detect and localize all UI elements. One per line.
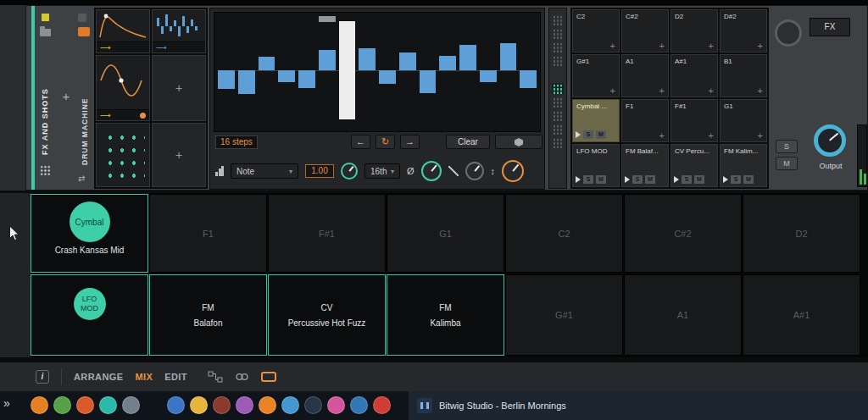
drum-pad-fm-balafon[interactable]: FM Balaf... S M: [621, 144, 669, 187]
clip-pad-c2[interactable]: C2: [505, 194, 623, 273]
slope-knob[interactable]: [465, 162, 484, 180]
pad-mute-button[interactable]: M: [596, 130, 606, 139]
link-icon[interactable]: [235, 371, 249, 383]
drum-pad-cymbal[interactable]: Cymbal ... S M: [572, 99, 620, 142]
clip-pad-asharp1[interactable]: A#1: [743, 274, 860, 356]
folder-icon[interactable]: [40, 29, 51, 36]
plus-icon[interactable]: +: [610, 41, 615, 51]
taskbar-app-icon[interactable]: [281, 396, 299, 414]
plus-icon[interactable]: +: [659, 130, 665, 141]
step-bar[interactable]: [298, 70, 315, 88]
taskbar-app-icon[interactable]: [76, 396, 94, 414]
clip-pad-fm-kalimba[interactable]: FM Kalimba: [387, 274, 504, 356]
taskbar-app-icon[interactable]: [213, 396, 231, 414]
tab-mix[interactable]: MIX: [135, 372, 153, 382]
step-2[interactable]: [237, 16, 256, 128]
clip-pad-gsharp1[interactable]: G#1: [505, 274, 623, 356]
drum-pad-f1[interactable]: F1 +: [621, 99, 669, 142]
value-field[interactable]: 1.00: [305, 164, 334, 178]
step-12[interactable]: [438, 16, 457, 128]
active-window-task[interactable]: Bitwig Studio - Berlin Mornings: [409, 391, 868, 420]
step-bar[interactable]: [319, 50, 336, 70]
drum-pad-gsharp1[interactable]: G#1 +: [572, 54, 620, 97]
pad-solo-button[interactable]: S: [583, 130, 593, 139]
taskbar-app-icon[interactable]: [236, 396, 253, 414]
plus-icon[interactable]: +: [610, 86, 615, 96]
clear-button[interactable]: Clear: [446, 135, 490, 149]
play-icon[interactable]: [625, 176, 630, 183]
drum-pad-asharp1[interactable]: A#1 +: [670, 54, 718, 97]
plus-icon[interactable]: +: [709, 130, 714, 141]
io-routing-icon[interactable]: [208, 371, 223, 383]
rate-select[interactable]: 16th ▾: [364, 163, 400, 179]
pad-solo-button[interactable]: S: [682, 175, 692, 184]
taskbar-app-icon[interactable]: [167, 396, 185, 414]
drum-pad-dsharp2[interactable]: D#2 +: [720, 9, 767, 52]
taskbar-app-icon[interactable]: [53, 396, 71, 414]
pad-mute-button[interactable]: M: [694, 175, 704, 184]
play-icon[interactable]: [576, 131, 581, 138]
drum-pad-csharp2[interactable]: C#2 +: [621, 9, 669, 52]
modulator-random-steps[interactable]: ⟶: [152, 9, 206, 53]
step-bar[interactable]: [379, 70, 396, 84]
step-3[interactable]: [258, 16, 276, 128]
drum-pad-d2[interactable]: D2 +: [670, 9, 718, 52]
step-1[interactable]: [217, 16, 236, 128]
step-bar[interactable]: [399, 52, 416, 70]
clip-pad-d2[interactable]: D2: [743, 194, 860, 273]
solo-button[interactable]: S: [776, 140, 798, 153]
step-area[interactable]: [217, 16, 537, 128]
step-bar[interactable]: [459, 45, 476, 70]
taskbar-app-icon[interactable]: [350, 396, 368, 414]
drum-pad-fm-kalimba[interactable]: FM Kalim... S M: [720, 144, 767, 187]
step-bar[interactable]: [259, 57, 275, 70]
step-11[interactable]: [419, 16, 437, 128]
step-13[interactable]: [459, 16, 477, 128]
pad-solo-button[interactable]: S: [632, 175, 643, 184]
mod-route-icon[interactable]: ⟶: [156, 44, 167, 52]
loop-button[interactable]: ↻: [376, 135, 395, 149]
shift-right-button[interactable]: →: [400, 135, 420, 149]
drum-pad-cv-percussive[interactable]: CV Percu... S M: [670, 144, 718, 187]
clip-pad-f1[interactable]: F1: [149, 194, 267, 273]
focus-rect-icon[interactable]: [261, 372, 276, 382]
steps-count-button[interactable]: 16 steps: [215, 135, 258, 149]
step-bar[interactable]: [359, 48, 376, 70]
drum-pad-b1[interactable]: B1 +: [720, 54, 767, 97]
step-bar[interactable]: [480, 70, 497, 82]
preset-button[interactable]: [495, 135, 542, 149]
taskbar-app-icon[interactable]: [190, 396, 208, 414]
output-knob[interactable]: [814, 124, 846, 157]
pad-bank[interactable]: [552, 97, 564, 108]
mod-route-icon[interactable]: ⟶: [100, 44, 111, 52]
taskbar-app-icon[interactable]: [99, 396, 117, 414]
step-bar[interactable]: [500, 43, 517, 70]
shift-left-button[interactable]: ←: [351, 135, 370, 149]
play-icon[interactable]: [576, 176, 581, 183]
modulator-add-slot[interactable]: +: [152, 55, 206, 121]
step-10[interactable]: [398, 16, 417, 128]
taskbar-app-icon[interactable]: [122, 396, 140, 414]
mute-button[interactable]: M: [776, 157, 798, 170]
step-6[interactable]: [318, 16, 337, 128]
step-bar[interactable]: [520, 70, 537, 88]
pad-bank-active[interactable]: [552, 83, 564, 94]
step-bar[interactable]: [439, 56, 456, 70]
pad-bank-navigator[interactable]: [548, 8, 567, 189]
phase-knob[interactable]: [421, 161, 442, 181]
pad-solo-button[interactable]: S: [583, 175, 593, 184]
play-icon[interactable]: [723, 176, 728, 183]
depth-knob[interactable]: [502, 160, 524, 182]
step-bar[interactable]: [218, 70, 235, 89]
play-icon[interactable]: [674, 176, 679, 183]
taskbar-app-icon[interactable]: [373, 396, 391, 414]
step-15[interactable]: [499, 16, 518, 128]
mod-route-icon[interactable]: ⟶: [100, 112, 111, 119]
taskbar-app-icon[interactable]: [327, 396, 345, 414]
tab-arrange[interactable]: ARRANGE: [74, 372, 123, 382]
device-collapse-button[interactable]: [78, 14, 86, 22]
pad-mute-button[interactable]: M: [743, 175, 754, 184]
plus-icon[interactable]: +: [709, 86, 714, 96]
pad-bank[interactable]: [552, 41, 564, 52]
clip-pad-lfo-mod[interactable]: LFO MOD: [31, 274, 148, 356]
